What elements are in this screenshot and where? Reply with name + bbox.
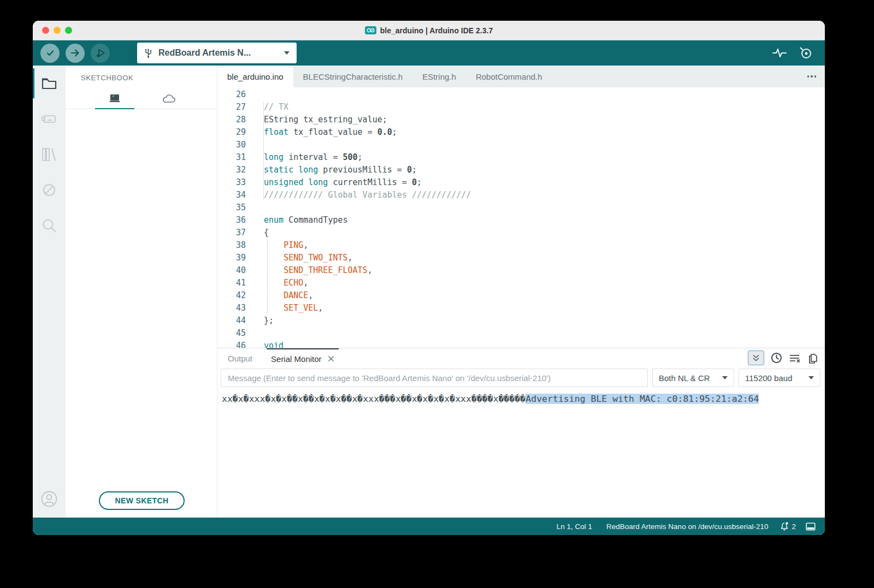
serial-plotter-button[interactable] bbox=[772, 48, 787, 58]
line-number: 32 bbox=[217, 164, 256, 176]
code-line-text: SEND_TWO_INTS, bbox=[264, 252, 353, 264]
serial-monitor-button[interactable] bbox=[799, 46, 813, 60]
tab-label: RobotCommand.h bbox=[476, 72, 542, 81]
activity-item-sketchbook[interactable] bbox=[33, 66, 66, 101]
chevron-down-icon bbox=[284, 51, 290, 55]
code-editor[interactable]: 2627// TX28EString tx_estring_value;29fl… bbox=[217, 87, 825, 348]
code-line-text: // TX bbox=[264, 101, 288, 114]
tab-cloud-sketchbook[interactable] bbox=[149, 90, 188, 109]
window-title: ble_arduino | Arduino IDE 2.3.7 bbox=[380, 26, 493, 35]
line-number: 38 bbox=[217, 239, 256, 252]
code-line-text: EString tx_estring_value; bbox=[264, 114, 387, 126]
line-number: 30 bbox=[217, 139, 256, 151]
serial-output[interactable]: xx�x�xxx�x�x��x��x�x�x��x�xxx���x��x�x�x… bbox=[217, 394, 825, 404]
activity-item-search[interactable] bbox=[33, 207, 66, 243]
code-line-text: SEND_THREE_FLOATS, bbox=[264, 264, 373, 277]
code-line: 44}; bbox=[217, 314, 825, 327]
tab-robotcommand-h[interactable]: RobotCommand.h bbox=[466, 66, 552, 87]
zoom-window-button[interactable] bbox=[65, 27, 72, 34]
debug-button[interactable] bbox=[91, 44, 110, 63]
board-selector-label: RedBoard Artemis N... bbox=[158, 48, 278, 58]
code-line: 43 SET_VEL, bbox=[217, 302, 825, 314]
bottom-panel: Output Serial Monitor bbox=[217, 348, 825, 518]
minimize-window-button[interactable] bbox=[54, 27, 61, 34]
copy-icon bbox=[807, 352, 818, 364]
code-line-text: long interval = 500; bbox=[264, 151, 363, 164]
code-line: 38 PING, bbox=[217, 239, 825, 252]
code-line: 45 bbox=[217, 327, 825, 340]
tab-output[interactable]: Output bbox=[221, 348, 259, 368]
line-number: 43 bbox=[217, 302, 256, 314]
bug-play-icon bbox=[95, 47, 107, 59]
code-line: 42 DANCE, bbox=[217, 289, 825, 302]
prohibited-circle-icon bbox=[42, 183, 56, 197]
code-line-text: DANCE, bbox=[264, 289, 313, 302]
window-controls bbox=[42, 27, 72, 34]
cloud-icon bbox=[161, 93, 176, 104]
tab-serial-monitor[interactable]: Serial Monitor bbox=[267, 348, 339, 368]
code-line: 33unsigned long currentMillis = 0; bbox=[217, 176, 825, 189]
code-line-text: void bbox=[264, 340, 284, 348]
cursor-position[interactable]: Ln 1, Col 1 bbox=[557, 522, 592, 531]
code-line-text: PING, bbox=[264, 239, 308, 252]
line-number: 44 bbox=[217, 314, 256, 327]
check-icon bbox=[45, 47, 56, 58]
baud-rate-value: 115200 baud bbox=[745, 373, 792, 383]
upload-button[interactable] bbox=[66, 44, 85, 63]
panel-toggle-button[interactable] bbox=[806, 522, 816, 531]
line-ending-value: Both NL & CR bbox=[659, 373, 710, 383]
verify-button[interactable] bbox=[40, 44, 60, 63]
line-number: 33 bbox=[217, 176, 256, 189]
arduino-app-icon bbox=[365, 26, 376, 34]
code-line-text: SET_VEL, bbox=[264, 302, 323, 314]
code-line-text: { bbox=[264, 227, 269, 239]
new-sketch-button[interactable]: NEW SKETCH bbox=[99, 491, 185, 510]
tab-label: Serial Monitor bbox=[271, 354, 322, 364]
code-lines: 2627// TX28EString tx_estring_value;29fl… bbox=[217, 88, 825, 348]
indent-guide bbox=[263, 102, 264, 200]
code-line-text: enum CommandTypes bbox=[264, 214, 348, 227]
board-selector[interactable]: RedBoard Artemis N... bbox=[137, 43, 297, 63]
sketchbook-tabs bbox=[66, 90, 217, 109]
tabbar-more-button[interactable] bbox=[807, 66, 817, 87]
books-icon bbox=[41, 147, 57, 162]
line-number: 36 bbox=[217, 214, 256, 227]
line-ending-dropdown[interactable]: Both NL & CR bbox=[652, 369, 734, 387]
tab-ble-arduino-ino[interactable]: ble_arduino.ino bbox=[217, 66, 293, 87]
tab-estring-h[interactable]: EString.h bbox=[412, 66, 466, 87]
code-line: 28EString tx_estring_value; bbox=[217, 114, 825, 126]
panel-icon bbox=[806, 522, 816, 531]
notifications-button[interactable]: 2 bbox=[780, 521, 796, 531]
sidebar-title: SKETCHBOOK bbox=[81, 74, 217, 82]
tab-label: Output bbox=[228, 354, 252, 363]
code-line: 46void bbox=[217, 340, 825, 348]
account-button[interactable] bbox=[33, 487, 66, 511]
timestamp-toggle-button[interactable] bbox=[771, 352, 782, 364]
serial-message-input[interactable] bbox=[221, 369, 648, 387]
tab-label: EString.h bbox=[422, 72, 456, 81]
tab-blecstringcharacteristic-h[interactable]: BLECStringCharacteristic.h bbox=[293, 66, 413, 87]
activity-item-library-manager[interactable] bbox=[33, 136, 66, 172]
activity-item-debug[interactable] bbox=[33, 172, 66, 207]
line-number: 27 bbox=[217, 101, 256, 114]
bell-icon bbox=[780, 521, 789, 531]
line-number: 31 bbox=[217, 151, 256, 164]
tab-local-sketchbook[interactable] bbox=[95, 90, 134, 109]
chevron-down-icon bbox=[722, 376, 728, 379]
arduino-ide-window: ble_arduino | Arduino IDE 2.3.7 RedBoard… bbox=[33, 21, 825, 535]
usb-icon bbox=[144, 47, 152, 58]
collapse-panel-button[interactable] bbox=[748, 351, 764, 365]
close-icon[interactable] bbox=[328, 355, 334, 362]
code-line: 27// TX bbox=[217, 101, 825, 114]
clear-output-button[interactable] bbox=[789, 353, 801, 363]
code-line: 34//////////// Global Variables ////////… bbox=[217, 189, 825, 201]
close-window-button[interactable] bbox=[42, 27, 49, 34]
indent-guide bbox=[267, 239, 268, 314]
copy-output-button[interactable] bbox=[807, 352, 818, 364]
activity-item-boards-manager[interactable] bbox=[33, 101, 66, 136]
notification-count: 2 bbox=[792, 522, 796, 531]
baud-rate-dropdown[interactable]: 115200 baud bbox=[739, 369, 820, 387]
person-circle-icon bbox=[40, 490, 58, 508]
code-line: 35 bbox=[217, 201, 825, 214]
clear-lines-icon bbox=[789, 353, 801, 363]
